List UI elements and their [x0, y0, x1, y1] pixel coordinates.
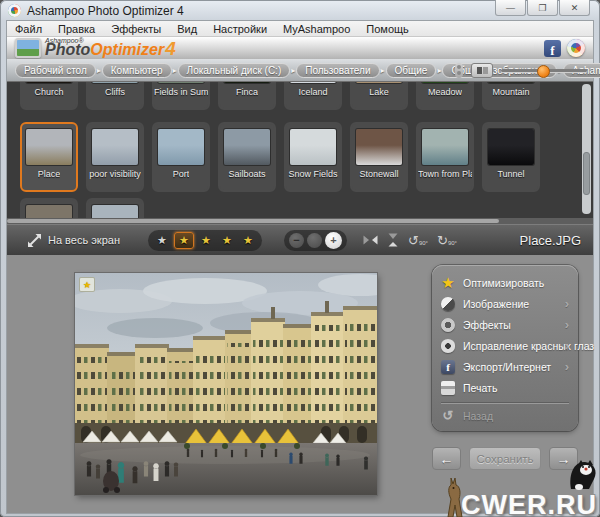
thumbnail-image	[92, 129, 138, 165]
rating-buttons: ★★★★★	[148, 230, 262, 251]
slider-thumb-icon[interactable]	[537, 65, 550, 78]
breadcrumb-bar: Рабочий стол▸Компьютер▸Локальный диск (C…	[7, 59, 593, 82]
breadcrumb-pager[interactable]	[455, 63, 463, 78]
thumbnail-row: ChurchCliffsFields in SummeFincaIcelandL…	[20, 82, 540, 110]
breadcrumb-item[interactable]: Рабочий стол	[15, 63, 96, 78]
thumbnail-image	[290, 129, 336, 165]
menu-item[interactable]: MyAshampoo	[275, 23, 358, 35]
breadcrumb-item[interactable]: Локальный диск (C:)	[178, 63, 291, 78]
fullscreen-label: На весь экран	[48, 234, 120, 246]
close-button[interactable]: ✕	[559, 0, 590, 16]
thumbnail-browser: ChurchCliffsFields in SummeFincaIcelandL…	[7, 82, 593, 224]
thumbnail-image	[158, 82, 204, 83]
thumbnail-image	[26, 129, 72, 165]
menu-item[interactable]: Правка	[50, 23, 103, 35]
panel-item-facebook[interactable]: fЭкспорт/Интернет›	[441, 356, 569, 377]
view-toggle-button[interactable]	[471, 63, 493, 78]
menu-bar: ФайлПравкаЭффектыВидНастройкиMyAshampooП…	[7, 21, 593, 37]
panel-item-label: Эффекты	[463, 319, 511, 331]
rating-star-button-1[interactable]: ★	[153, 233, 171, 248]
facebook-icon: f	[441, 360, 455, 374]
photo-canvas: ★	[75, 273, 377, 495]
title-bar[interactable]: Ashampoo Photo Optimizer 4 — ❐ ✕	[0, 0, 600, 21]
thumbnail-port[interactable]: Port	[152, 122, 210, 192]
fullscreen-button[interactable]: На весь экран	[27, 233, 120, 248]
zoom-controls: − +	[284, 230, 347, 251]
thumbnail-image	[356, 82, 402, 83]
current-filename: Place.JPG	[520, 233, 581, 248]
panel-item-effects[interactable]: Эффекты›	[441, 314, 569, 335]
panel-item-image-adjust[interactable]: Изображение›	[441, 293, 569, 314]
flip-vertical-icon[interactable]	[387, 233, 399, 247]
rotate-cw-icon[interactable]: ↻90°	[437, 234, 457, 247]
rating-star-button-2[interactable]: ★	[174, 232, 194, 249]
logo-version: 4	[165, 39, 176, 58]
previous-image-button[interactable]: ←	[432, 447, 461, 470]
thumbnail-image	[224, 129, 270, 165]
rating-star-button-5[interactable]: ★	[239, 233, 257, 248]
thumbnail-image	[26, 82, 72, 83]
breadcrumb-item[interactable]: Компьютер	[102, 63, 172, 78]
menu-item[interactable]: Вид	[169, 23, 205, 35]
scrollbar-thumb[interactable]	[583, 152, 590, 196]
thumbnail-tunnel[interactable]: Tunnel	[482, 122, 540, 192]
thumbnail-label: Tunnel	[497, 169, 524, 179]
back-button[interactable]: ↺ Назад	[441, 406, 569, 426]
breadcrumb-item[interactable]: Пользователи	[296, 63, 379, 78]
thumbnail-poor-visibility[interactable]: poor visibility	[86, 122, 144, 192]
thumbnail-meadow[interactable]: Meadow	[416, 82, 474, 110]
rating-star-button-4[interactable]: ★	[218, 233, 236, 248]
effects-icon	[441, 318, 455, 332]
thumbnail-town-from-plan[interactable]: Town from Plan	[416, 122, 474, 192]
thumbnail-cliffs[interactable]: Cliffs	[86, 82, 144, 110]
watermark-text: CWER.RU	[461, 492, 597, 517]
rating-star-button-3[interactable]: ★	[197, 233, 215, 248]
scrollbar-thumb[interactable]	[7, 219, 499, 223]
thumbnail-label: Town from Plan	[418, 169, 472, 179]
vertical-scrollbar[interactable]	[582, 84, 591, 214]
thumbnail-lake[interactable]: Lake	[350, 82, 408, 110]
thumbnail-church[interactable]: Church	[20, 82, 78, 110]
breadcrumb-item[interactable]: Общие	[386, 63, 437, 78]
zoom-in-button[interactable]: +	[325, 232, 342, 249]
thumbnail-label: poor visibility	[89, 169, 141, 179]
logo-brand: Ashampoo®	[45, 37, 84, 44]
panel-item-label: Изображение	[463, 298, 529, 310]
printer-icon	[441, 381, 455, 395]
back-icon: ↺	[441, 409, 455, 423]
logo-bar: Ashampoo® PhotoOptimizer4 f	[7, 37, 593, 59]
panel-item-printer[interactable]: Печать	[441, 377, 569, 398]
panel-item-label: Исправление красных глаз	[463, 340, 594, 352]
thumbnail-label: Fields in Summe	[154, 87, 208, 97]
flip-horizontal-icon[interactable]	[363, 234, 378, 246]
thumbnail-stonewall[interactable]: Stonewall	[350, 122, 408, 192]
thumbnail-snow-fields[interactable]: Snow Fields	[284, 122, 342, 192]
thumbnail-iceland[interactable]: Iceland	[284, 82, 342, 110]
thumbnail-mountain[interactable]: Mountain	[482, 82, 540, 110]
thumbnail-fields-in-summe[interactable]: Fields in Summe	[152, 82, 210, 110]
save-button[interactable]: Сохранить	[469, 447, 541, 470]
menu-item[interactable]: Настройки	[205, 23, 275, 35]
panel-item-star[interactable]: ★Оптимизировать	[441, 272, 569, 293]
fullscreen-icon	[27, 233, 42, 248]
picasa-icon[interactable]	[567, 39, 585, 57]
rotate-ccw-icon[interactable]: ↺90°	[408, 234, 428, 247]
restore-button[interactable]: ❐	[527, 0, 558, 16]
menu-item[interactable]: Файл	[7, 23, 50, 35]
thumbnail-place[interactable]: Place	[20, 122, 78, 192]
minimize-button[interactable]: —	[495, 0, 526, 16]
thumbnail-image	[224, 82, 270, 83]
thumbnail-sailboats[interactable]: Sailboats	[218, 122, 276, 192]
thumbnail-finca[interactable]: Finca	[218, 82, 276, 110]
thumbnail-size-slider[interactable]	[501, 69, 587, 72]
facebook-icon[interactable]: f	[544, 40, 561, 57]
menu-item[interactable]: Эффекты	[103, 23, 169, 35]
window-frame: Ashampoo Photo Optimizer 4 — ❐ ✕ ФайлПра…	[0, 0, 600, 517]
panel-item-eye[interactable]: Исправление красных глаз›	[441, 335, 569, 356]
zoom-out-button[interactable]: −	[289, 233, 304, 248]
thumbnail-image	[158, 129, 204, 165]
photo-piazza-image	[75, 273, 377, 495]
photo-optimizer-logo-icon	[15, 38, 41, 58]
zoom-reset-button[interactable]	[307, 233, 322, 248]
menu-item[interactable]: Помощь	[358, 23, 417, 35]
